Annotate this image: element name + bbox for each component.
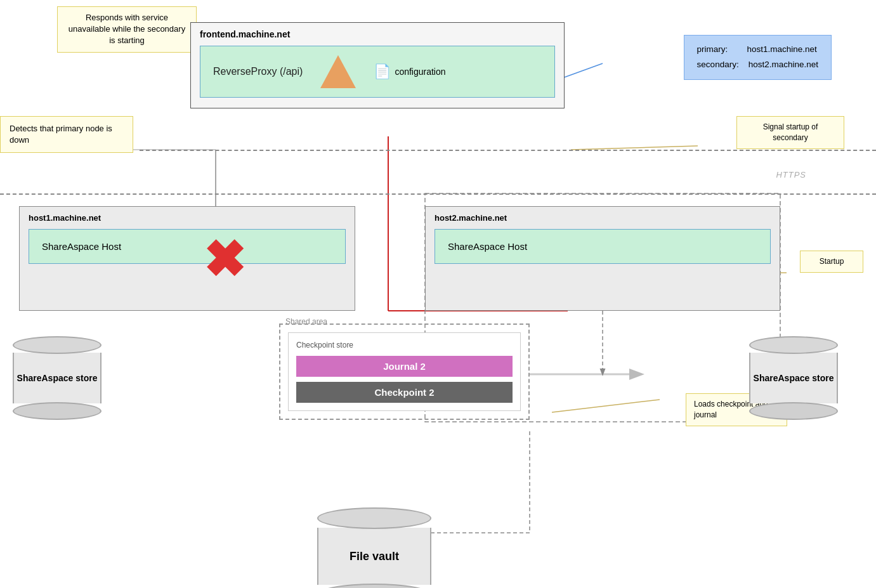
host2-inner-label: ShareAspace Host	[448, 241, 527, 252]
checkpoint-badge: Checkpoint 2	[296, 382, 513, 403]
shared-area: Checkpoint store Journal 2 Checkpoint 2	[279, 323, 530, 420]
file-vault: File vault	[317, 507, 431, 588]
frontend-title: frontend.machine.net	[200, 29, 555, 39]
primary-label: primary:	[697, 44, 728, 54]
store-left-bot	[13, 402, 101, 420]
host2-inner: ShareAspace Host	[435, 229, 771, 264]
callout-signal-startup-text: Signal startup of secondary	[763, 122, 818, 142]
triangle-icon	[320, 55, 356, 88]
file-vault-top	[317, 507, 431, 529]
host1-inner-label: ShareAspace Host	[42, 241, 121, 252]
config-label: configuration	[395, 67, 445, 77]
frontend-box: frontend.machine.net ReverseProxy (/api)…	[190, 22, 565, 108]
diagram: Responds with service unavailable while …	[0, 0, 876, 588]
callout-signal-startup: Signal startup of secondary	[736, 116, 844, 149]
file-vault-body: File vault	[317, 528, 431, 585]
host2-box: host2.machine.net ShareAspace Host	[425, 206, 780, 311]
checkpoint-store-title: Checkpoint store	[296, 341, 513, 350]
store-right-top	[749, 336, 838, 354]
secondary-value: host2.machine.net	[749, 60, 818, 69]
store-left: ShareAspace store	[13, 336, 101, 420]
callout-startup: Startup	[800, 251, 863, 273]
file-vault-container: File vault	[317, 507, 431, 588]
dashed-line-1	[140, 150, 876, 151]
callout-startup-text: Startup	[820, 257, 844, 266]
store-left-top	[13, 336, 101, 354]
primary-value: host1.machine.net	[747, 44, 816, 54]
store-right-bot	[749, 402, 838, 420]
host1-box: host1.machine.net ShareAspace Host	[19, 206, 355, 311]
config-box: 📄 configuration	[374, 63, 445, 80]
store-right-container: ShareAspace store	[749, 336, 838, 420]
svg-line-15	[552, 400, 660, 412]
host1-title: host1.machine.net	[29, 213, 346, 223]
secondary-label: secondary:	[697, 60, 739, 69]
journal-badge: Journal 2	[296, 356, 513, 377]
host1-inner: ShareAspace Host	[29, 229, 346, 264]
https-label: HTTPS	[776, 170, 806, 180]
store-left-label: ShareAspace store	[17, 373, 98, 383]
callout-primary-down: Detects that primary node is down	[0, 116, 133, 153]
store-left-body: ShareAspace store	[13, 353, 101, 403]
callout-service-unavailable-text: Responds with service unavailable while …	[69, 13, 185, 45]
x-mark-icon: ✖	[203, 235, 245, 285]
primary-info: primary: host1.machine.net	[697, 42, 818, 57]
secondary-info: secondary: host2.machine.net	[697, 57, 818, 72]
frontend-inner: ReverseProxy (/api) 📄 configuration	[200, 46, 555, 98]
proxy-label: ReverseProxy (/api)	[213, 66, 303, 77]
store-right-body: ShareAspace store	[749, 353, 838, 403]
doc-icon: 📄	[374, 63, 391, 80]
dashed-line-2	[0, 193, 876, 195]
checkpoint-store: Checkpoint store Journal 2 Checkpoint 2	[288, 332, 521, 411]
file-vault-label: File vault	[350, 550, 399, 563]
store-left-container: ShareAspace store	[13, 336, 101, 420]
callout-primary-down-text: Detects that primary node is down	[10, 124, 112, 145]
store-right-label: ShareAspace store	[754, 373, 834, 383]
callout-service-unavailable: Responds with service unavailable while …	[57, 6, 197, 53]
store-right: ShareAspace store	[749, 336, 838, 420]
host2-title: host2.machine.net	[435, 213, 771, 223]
info-box-blue: primary: host1.machine.net secondary: ho…	[684, 35, 832, 80]
